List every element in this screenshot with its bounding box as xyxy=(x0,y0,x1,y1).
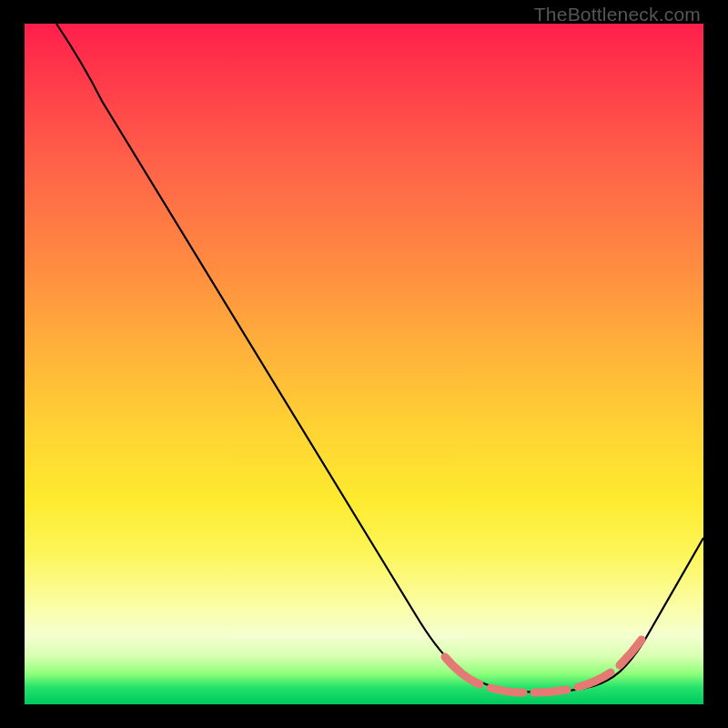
bottleneck-curve-line xyxy=(56,24,703,693)
optimal-range-marker xyxy=(445,640,642,693)
watermark-text: TheBottleneck.com xyxy=(534,4,701,25)
curve-layer xyxy=(25,24,703,704)
plot-area xyxy=(25,24,703,704)
